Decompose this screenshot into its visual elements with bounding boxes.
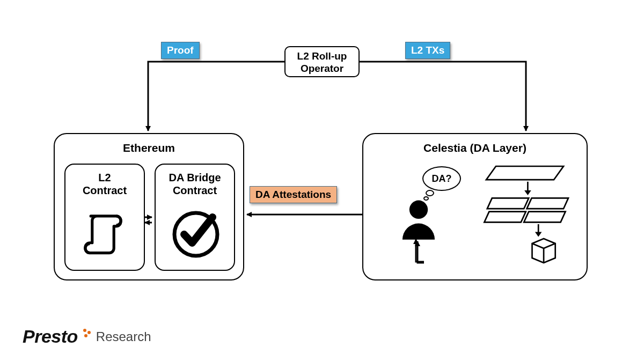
svg-point-1 [409, 201, 428, 219]
brand-logo: Presto Research [23, 326, 151, 347]
svg-point-3 [424, 197, 428, 200]
label-da-attestations: DA Attestations [250, 186, 337, 203]
arrow-operator-to-celestia [360, 62, 526, 131]
l2-contract-line1: L2 [65, 171, 144, 184]
da-bridge-contract-box: DA Bridge Contract [155, 164, 235, 271]
speech-bubble: DA? [422, 166, 461, 191]
diagram-canvas: L2 Roll-up Operator Proof L2 TXs DA Atte… [0, 0, 644, 362]
svg-point-2 [426, 190, 434, 196]
l2-contract-box: L2 Contract [64, 164, 145, 271]
scroll-icon [82, 206, 128, 258]
celestia-box: Celestia (DA Layer) DA? [362, 133, 588, 280]
speech-tail-icon [423, 189, 440, 203]
node-l2-rollup-operator: L2 Roll-up Operator [284, 46, 360, 77]
ethereum-box: Ethereum L2 Contract DA Bridge Contract [54, 133, 244, 280]
label-l2txs: L2 TXs [405, 42, 450, 59]
brand-dots-icon [81, 328, 91, 346]
arrow-operator-to-ethereum [148, 62, 284, 131]
checkmark-icon [169, 208, 223, 261]
da-bridge-line2: Contract [156, 184, 234, 197]
speech-text: DA? [432, 173, 452, 184]
brand-name: Presto [23, 326, 78, 347]
da-bridge-line1: DA Bridge [156, 171, 234, 184]
brand-sub: Research [96, 329, 151, 344]
data-flow-icon [481, 161, 578, 268]
operator-line1: L2 Roll-up [286, 50, 358, 63]
celestia-title: Celestia (DA Layer) [363, 142, 587, 154]
ethereum-title: Ethereum [55, 142, 243, 154]
operator-line2: Operator [286, 63, 358, 75]
l2-contract-line2: Contract [65, 184, 144, 197]
label-proof: Proof [161, 42, 200, 59]
